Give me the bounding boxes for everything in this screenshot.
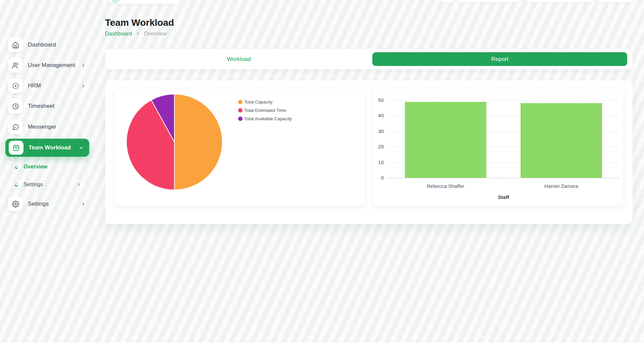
breadcrumb-current: Overview [144,30,167,37]
x-axis-title: Staff [388,194,619,200]
chevron-right-icon [81,202,86,207]
staff-bar-chart: 50403020100Rebecca ShafferHarriet Zamora… [388,100,619,178]
sidebar-subitem-settings[interactable]: Settings [8,180,85,189]
y-axis-tick-label: 20 [372,144,384,149]
header-partial-avatar [111,0,120,3]
sidebar-item-label: HRM [28,82,41,89]
legend-dot-icon [238,117,243,121]
sidebar-item-label: Team Workload [29,144,71,151]
clock-icon [8,99,23,114]
y-axis-tick-label: 0 [372,175,384,181]
gridline-y-50 [388,100,619,100]
sidebar-item-user-management[interactable]: User Management [8,58,89,73]
gear-icon [8,197,23,211]
legend-label: Total Avaliable Capacity [244,116,292,121]
sidebar-item-dashboard[interactable]: Dashboard [8,38,89,52]
capacity-pie-card: Total CapacityTotal Estimated TimeTotal … [115,89,365,206]
legend-dot-icon [238,108,243,113]
y-axis-tick-label: 30 [372,128,384,134]
breadcrumb: Dashboard Overview [105,30,167,37]
y-axis-tick-label: 10 [372,159,384,165]
chevron-down-icon [78,145,84,150]
tab-workload[interactable]: Workload [105,49,372,69]
x-axis-category-label: Harriet Zamora [503,183,619,189]
bottom-white-strip [0,343,644,348]
sidebar-item-settings[interactable]: Settings [8,197,89,211]
progress-ring-icon [15,183,18,187]
chevron-right-icon [81,83,86,88]
y-axis-tick-label: 40 [372,113,384,118]
legend-item-2[interactable]: Total Avaliable Capacity [238,116,292,122]
pie-slice-0[interactable] [174,94,222,190]
sidebar-item-label: User Management [28,62,75,69]
x-axis-category-label: Rebecca Shaffer [388,183,503,189]
header-partial-button-3[interactable] [526,0,593,3]
users-icon [8,58,23,73]
sidebar-subitem-overview[interactable]: Overview [8,162,85,171]
sidebar-subitem-label: Settings [23,182,43,188]
sidebar-item-timesheet[interactable]: Timesheet [8,99,89,114]
tab-report[interactable]: Report [372,52,627,66]
legend-dot-icon [238,100,243,104]
pie-legend: Total CapacityTotal Estimated TimeTotal … [238,99,292,122]
sidebar-item-label: Timesheet [28,103,55,110]
legend-label: Total Capacity [244,99,273,105]
tab-workload-label: Workload [227,56,251,63]
legend-label: Total Estimated Time [244,108,286,113]
legend-item-1[interactable]: Total Estimated Time [238,108,292,113]
x-axis-tick [503,178,504,180]
chat-icon [8,120,23,134]
view-switch-tabbar: Workload Report [105,49,633,69]
header-partial-button-4[interactable] [597,0,634,3]
page-title: Team Workload [105,17,174,28]
staff-bar-card: 50403020100Rebecca ShafferHarriet Zamora… [373,89,623,206]
chevron-right-icon [76,182,81,187]
header-partial-button-1[interactable] [440,0,453,3]
header-partial-searchbar[interactable] [108,0,180,4]
sidebar-item-label: Messenger [28,124,56,130]
breadcrumb-dashboard-link[interactable]: Dashboard [105,30,132,37]
sidebar-item-label: Settings [28,201,49,207]
progress-ring-icon [15,165,18,169]
bar-harriet-zamora[interactable] [521,103,602,178]
home-icon [8,38,23,52]
x-axis-tick [388,178,388,180]
calendar-icon [9,141,23,155]
legend-item-0[interactable]: Total Capacity [238,99,292,105]
sidebar-subitem-label: Overview [23,164,47,170]
y-axis-tick-label: 50 [372,97,384,103]
capacity-pie-chart [126,93,223,191]
sidebar-item-hrm[interactable]: HRM [8,78,89,93]
chevron-right-icon [136,31,141,36]
header-partial-button-2[interactable] [459,0,520,3]
charts-panel: Total CapacityTotal Estimated TimeTotal … [105,80,633,224]
sidebar-item-label: Dashboard [28,42,56,48]
bar-rebecca-shaffer[interactable] [405,102,486,178]
target-icon [8,78,23,93]
sidebar-item-messenger[interactable]: Messenger [8,120,89,134]
x-axis-tick [619,178,619,180]
chevron-right-icon [81,63,86,68]
sidebar-item-team-workload[interactable]: Team Workload [5,139,89,157]
